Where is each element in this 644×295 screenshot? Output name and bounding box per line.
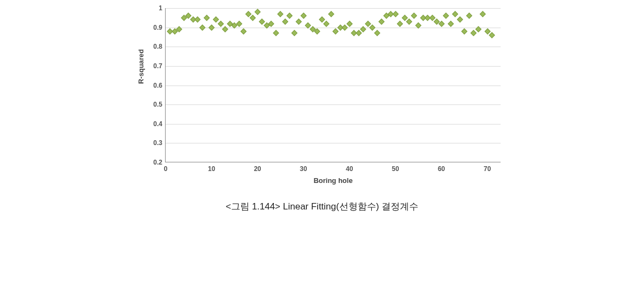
data-point — [470, 30, 476, 36]
data-point — [324, 21, 330, 27]
data-point — [204, 15, 210, 21]
data-point — [291, 30, 297, 36]
x-tick-label: 70 — [484, 165, 491, 173]
data-point — [448, 21, 454, 27]
figure-caption: <그림 1.144> Linear Fitting(선형함수) 결정계수 — [0, 200, 644, 213]
data-point — [392, 11, 398, 17]
gridline — [166, 47, 501, 47]
data-point — [411, 13, 417, 19]
x-tick-label: 40 — [346, 165, 353, 173]
y-tick-label: 0.8 — [147, 43, 162, 50]
data-point — [208, 24, 214, 30]
data-point — [443, 13, 449, 19]
data-point — [296, 18, 302, 24]
gridline — [166, 143, 501, 143]
data-point — [273, 30, 279, 36]
gridline — [166, 104, 501, 105]
x-tick-label: 0 — [164, 165, 168, 173]
data-point — [254, 9, 260, 15]
data-point — [457, 17, 463, 23]
y-tick-label: 0.5 — [147, 101, 162, 108]
y-axis-label: R-squared — [137, 49, 145, 84]
data-point — [199, 24, 205, 30]
data-point — [370, 24, 376, 30]
y-tick-label: 0.4 — [147, 120, 162, 128]
data-point — [484, 28, 490, 34]
data-point — [406, 18, 412, 24]
x-tick-label: 30 — [300, 165, 307, 173]
gridline — [166, 66, 501, 67]
data-point — [300, 13, 306, 19]
data-point — [342, 24, 348, 30]
gridline — [166, 124, 501, 124]
data-point — [452, 11, 458, 17]
data-point — [278, 11, 284, 17]
y-tick-label: 0.7 — [147, 62, 162, 70]
data-point — [213, 17, 219, 23]
y-tick-label: 0.9 — [147, 24, 162, 31]
gridline — [166, 86, 501, 86]
data-point — [282, 18, 288, 24]
x-tick-label: 20 — [254, 165, 261, 173]
data-point — [333, 28, 339, 34]
data-point — [346, 21, 352, 27]
y-tick-label: 0.6 — [147, 82, 162, 89]
data-point — [241, 28, 247, 34]
data-point — [250, 15, 256, 21]
data-point — [319, 17, 325, 23]
data-point — [397, 21, 403, 27]
data-point — [195, 17, 201, 23]
data-point — [429, 15, 435, 21]
data-point — [365, 21, 371, 27]
x-tick-label: 10 — [208, 165, 215, 173]
x-tick-label: 50 — [392, 165, 399, 173]
x-tick-label: 60 — [438, 165, 445, 173]
gridline — [166, 8, 501, 9]
gridline — [166, 28, 501, 28]
data-point — [461, 28, 467, 34]
data-point — [356, 30, 362, 36]
data-point — [479, 11, 485, 17]
y-tick-label: 0.3 — [147, 139, 162, 147]
data-point — [259, 18, 265, 24]
x-axis-label: Boring hole — [313, 176, 352, 185]
data-point — [287, 13, 293, 19]
y-tick-label: 0.2 — [147, 159, 162, 166]
data-point — [218, 21, 224, 27]
data-point — [379, 18, 385, 24]
data-point — [374, 30, 380, 36]
chart-container: R-squared Boring hole 0.20.30.40.50.60.7… — [133, 8, 511, 162]
data-point — [489, 32, 495, 38]
data-point — [466, 13, 472, 19]
y-tick-label: 1 — [147, 4, 162, 12]
data-point — [328, 11, 334, 17]
plot-area: Boring hole 0.20.30.40.50.60.70.80.91010… — [165, 8, 501, 162]
